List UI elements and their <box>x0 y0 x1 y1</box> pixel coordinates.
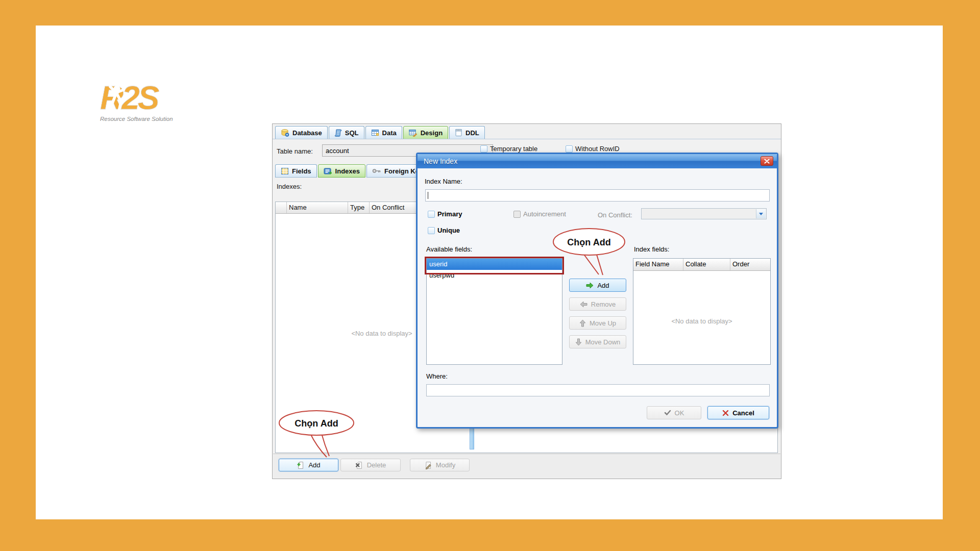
button-label: Cancel <box>732 409 754 417</box>
sql-icon <box>334 129 342 137</box>
index-fields-grid: Field Name Collate Order <No data to dis… <box>633 258 771 365</box>
index-fields-empty-text: <No data to display> <box>633 317 770 325</box>
without-rowid-checkbox[interactable] <box>566 145 573 153</box>
tab-label: DDL <box>465 129 479 137</box>
fields-icon <box>281 167 289 175</box>
button-label: Add <box>308 461 320 469</box>
on-conflict-label: On Conflict: <box>598 211 632 219</box>
autoincrement-checkbox <box>513 211 521 218</box>
arrow-left-icon <box>580 301 587 308</box>
button-label: Delete <box>367 461 386 469</box>
tab-ddl[interactable]: DDL <box>449 126 485 139</box>
arrow-up-icon <box>579 319 586 327</box>
dialog-move-down-button: Move Down <box>569 335 626 348</box>
where-label: Where: <box>426 372 448 380</box>
tab-design[interactable]: Design <box>403 126 448 139</box>
column-header-on-conflict[interactable]: On Conflict <box>370 202 416 213</box>
slide-background: R2S Resource Software Solution Databas <box>0 0 980 551</box>
indexes-label: Indexes: <box>277 183 302 190</box>
index-name-label: Index Name: <box>425 178 462 185</box>
ddl-icon <box>455 129 462 137</box>
dialog-body: Index Name: Primary Autoincrement On Con… <box>418 168 777 427</box>
annotation-text: Chọn Add <box>567 237 610 247</box>
primary-checkbox[interactable] <box>428 211 435 218</box>
r2s-logo: R2S Resource Software Solution <box>98 72 210 129</box>
button-label: Remove <box>591 300 616 308</box>
main-tab-bar: Database SQL Data <box>275 126 485 139</box>
primary-checkbox-row: Primary <box>428 210 462 218</box>
column-header-order[interactable]: Order <box>730 259 770 270</box>
design-icon <box>409 129 418 137</box>
dialog-remove-button: Remove <box>569 297 626 311</box>
autoincrement-label: Autoincrement <box>523 210 566 218</box>
logo-tagline: Resource Software Solution <box>100 116 173 122</box>
tab-label: SQL <box>345 129 359 137</box>
key-icon <box>372 168 381 174</box>
tab-sql[interactable]: SQL <box>329 126 364 139</box>
temporary-table-checkbox[interactable] <box>480 145 487 153</box>
design-sub-tab-bar: Fields Indexes Foreign Keys <box>275 164 432 178</box>
unique-checkbox[interactable] <box>428 227 435 234</box>
slide-content-area: R2S Resource Software Solution Databas <box>36 26 943 519</box>
dropdown-arrow-button <box>756 209 766 218</box>
table-name-label: Table name: <box>277 147 313 155</box>
indexes-icon <box>324 167 332 175</box>
new-index-dialog: New Index Index Name: Primary <box>416 153 778 429</box>
dialog-move-up-button: Move Up <box>569 316 626 330</box>
indexes-grid-empty-text: <No data to display> <box>341 330 423 337</box>
tab-label: Database <box>292 129 322 137</box>
x-icon <box>722 410 729 416</box>
modify-page-icon <box>424 461 432 469</box>
annotation-indexes-add: Chọn Add <box>273 406 380 462</box>
dialog-title: New Index <box>424 157 457 165</box>
tab-label: Data <box>382 129 397 137</box>
dialog-titlebar[interactable]: New Index <box>418 154 777 168</box>
indexes-modify-button: Modify <box>410 459 470 471</box>
where-input[interactable] <box>426 384 770 396</box>
button-label: Move Up <box>590 319 616 327</box>
tab-fields[interactable]: Fields <box>275 164 317 178</box>
unique-checkbox-row: Unique <box>428 227 460 234</box>
tab-label: Fields <box>292 167 311 175</box>
available-fields-label: Available fields: <box>426 245 472 253</box>
tab-label: Design <box>421 129 443 137</box>
add-page-icon <box>297 461 305 469</box>
index-name-input[interactable] <box>425 189 770 202</box>
button-label: OK <box>675 409 684 417</box>
tab-database[interactable]: Database <box>275 126 328 139</box>
autoincrement-checkbox-row: Autoincrement <box>513 210 566 218</box>
tab-data[interactable]: Data <box>365 126 402 139</box>
without-rowid-label: Without RowID <box>575 145 620 153</box>
annotation-dialog-add: Chọn Add <box>541 226 648 284</box>
index-fields-grid-header: Field Name Collate Order <box>633 259 770 271</box>
tab-label: Indexes <box>335 167 360 175</box>
column-header-name[interactable]: Name <box>287 202 348 213</box>
data-icon <box>371 129 379 137</box>
temporary-table-label: Temporary table <box>490 145 537 153</box>
unique-label: Unique <box>437 227 460 234</box>
check-icon <box>664 410 671 416</box>
column-header-collate[interactable]: Collate <box>683 259 730 270</box>
button-label: Modify <box>436 461 455 469</box>
grid-scrollbar-thumb[interactable] <box>470 425 474 449</box>
text-caret <box>428 192 428 199</box>
close-icon <box>764 159 770 164</box>
ok-button: OK <box>647 406 701 419</box>
button-label: Move Down <box>585 338 621 346</box>
tab-indexes[interactable]: Indexes <box>318 164 365 178</box>
annotation-text: Chọn Add <box>295 418 338 429</box>
dialog-close-button[interactable] <box>761 156 773 166</box>
without-rowid-checkbox-row: Without RowID <box>566 145 620 153</box>
delete-page-icon <box>355 461 363 469</box>
primary-label: Primary <box>437 210 462 218</box>
database-icon <box>281 129 289 137</box>
temporary-table-checkbox-row: Temporary table <box>480 145 537 153</box>
chevron-down-icon <box>759 213 763 215</box>
column-header-selector[interactable] <box>276 202 287 213</box>
column-header-type[interactable]: Type <box>348 202 370 213</box>
arrow-down-icon <box>575 338 582 346</box>
on-conflict-dropdown <box>641 208 767 219</box>
cancel-button[interactable]: Cancel <box>707 406 769 419</box>
